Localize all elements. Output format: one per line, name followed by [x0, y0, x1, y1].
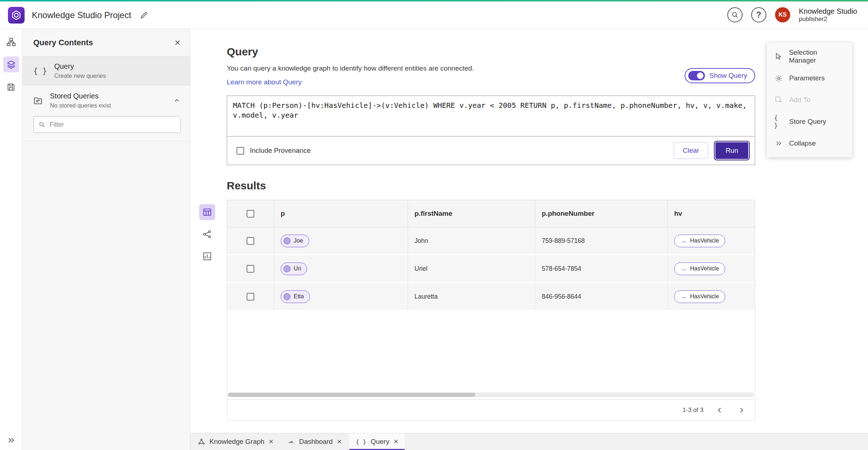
- chart-view-button[interactable]: [199, 248, 215, 264]
- node-chip[interactable]: Joe: [281, 235, 309, 247]
- tab-label: Query: [371, 438, 390, 446]
- node-chip[interactable]: Uri: [281, 262, 307, 275]
- stored-queries-subtitle: No stored queries exist: [50, 102, 111, 109]
- column-header-p[interactable]: p: [274, 200, 408, 227]
- node-chip-label: Joe: [294, 237, 303, 244]
- search-icon: [731, 11, 739, 18]
- header: Knowledge Studio Project KS Knowledge St…: [0, 0, 868, 29]
- tab-dashboard[interactable]: Dashboard: [281, 433, 348, 450]
- header-actions: KS Knowledge Studio publisher2: [727, 7, 857, 23]
- rail-item-queries[interactable]: [3, 56, 19, 72]
- results-view-toolbar: [199, 204, 215, 264]
- close-panel-icon[interactable]: [175, 38, 180, 48]
- graph-view-button[interactable]: [199, 226, 215, 242]
- menu-item-selection-manager[interactable]: Selection Manager: [767, 46, 852, 67]
- menu-item-store-query[interactable]: Store Query: [767, 111, 852, 133]
- edge-chip[interactable]: HasVehicle: [674, 262, 725, 275]
- row-checkbox[interactable]: [247, 293, 254, 300]
- edge-arrow-icon: [680, 293, 687, 300]
- menu-item-add-to: Add To: [767, 89, 852, 111]
- rail-expand-button[interactable]: [0, 436, 22, 444]
- menu-item-parameters[interactable]: Parameters: [767, 67, 852, 89]
- tab-label: Dashboard: [299, 438, 333, 446]
- scrollbar-thumb[interactable]: [228, 393, 475, 397]
- show-query-toggle[interactable]: Show Query: [685, 68, 755, 83]
- chevron-right-icon: [737, 406, 745, 414]
- search-icon: [39, 121, 45, 128]
- sitemap-icon: [7, 37, 16, 47]
- table-row: Uri Uriel 578-654-7854 HasVehicle: [227, 255, 755, 282]
- node-icon: [284, 265, 290, 272]
- select-all-checkbox[interactable]: [247, 210, 254, 218]
- hexagon-logo-icon: [11, 10, 22, 21]
- include-provenance-checkbox[interactable]: [237, 147, 244, 155]
- folder-icon: [33, 96, 43, 105]
- app-logo[interactable]: [8, 7, 25, 24]
- edge-chip[interactable]: HasVehicle: [674, 290, 725, 303]
- stored-queries-header[interactable]: Stored Queries No stored queries exist: [22, 85, 190, 114]
- menu-item-collapse[interactable]: Collapse: [767, 133, 852, 154]
- stored-queries-title: Stored Queries: [50, 92, 111, 100]
- search-button[interactable]: [727, 7, 743, 22]
- double-chevron-right-icon: [775, 140, 782, 147]
- chart-view-icon: [203, 252, 212, 261]
- table-empty-area: [227, 311, 755, 392]
- query-section-header: Query You can query a knowledge graph to…: [227, 46, 755, 86]
- query-item-subtitle: Create new queries: [54, 72, 106, 79]
- help-button[interactable]: [751, 7, 766, 22]
- cell-phonenumber: 846-956-8644: [535, 283, 668, 310]
- query-textarea[interactable]: MATCH (p:Person)-[hv:HasVehicle]->(v:Veh…: [227, 96, 755, 136]
- add-to-icon: [775, 96, 783, 104]
- query-editor-box: MATCH (p:Person)-[hv:HasVehicle]->(v:Veh…: [227, 96, 755, 165]
- column-header-hv[interactable]: hv: [668, 200, 756, 227]
- menu-item-label: Collapse: [789, 139, 816, 147]
- query-actions-menu: Selection Manager Parameters Add To: [767, 43, 852, 157]
- next-page-button[interactable]: [736, 405, 747, 416]
- menu-item-label: Parameters: [789, 74, 825, 82]
- query-page: Query You can query a knowledge graph to…: [190, 29, 868, 433]
- project-title: Knowledge Studio Project: [32, 10, 131, 20]
- sidebar-item-query[interactable]: Query Create new queries: [22, 56, 190, 85]
- rail-item-saved[interactable]: [3, 79, 19, 95]
- include-provenance-label: Include Provenance: [250, 147, 311, 155]
- edge-arrow-icon: [680, 265, 687, 273]
- collapse-section-button[interactable]: [173, 97, 180, 104]
- tab-knowledge-graph[interactable]: Knowledge Graph: [191, 433, 280, 450]
- horizontal-scrollbar[interactable]: [228, 392, 754, 397]
- close-tab-icon[interactable]: [337, 438, 342, 446]
- table-row: Etta Lauretta 846-956-8644 HasVehicle: [227, 283, 755, 310]
- tab-query[interactable]: Query: [349, 433, 405, 450]
- row-checkbox[interactable]: [247, 265, 254, 273]
- close-tab-icon[interactable]: [269, 438, 273, 446]
- column-header-firstname[interactable]: p.firstName: [408, 200, 535, 227]
- query-description: You can query a knowledge graph to ident…: [227, 64, 755, 72]
- pagination-range: 1-3 of 3: [682, 407, 703, 414]
- table-header-row: p p.firstName p.phoneNumber hv: [227, 200, 755, 227]
- edge-chip-label: HasVehicle: [690, 293, 719, 300]
- learn-more-link[interactable]: Learn more about Query: [227, 78, 302, 86]
- menu-item-label: Selection Manager: [789, 49, 845, 64]
- row-checkbox[interactable]: [247, 237, 254, 245]
- rail-item-model-hierarchy[interactable]: [3, 34, 19, 50]
- main-area: Query You can query a knowledge graph to…: [190, 29, 868, 450]
- edge-arrow-icon: [680, 237, 687, 245]
- braces-icon: [774, 114, 783, 129]
- previous-page-button[interactable]: [714, 405, 725, 416]
- edit-title-button[interactable]: [138, 9, 150, 21]
- user-name: Knowledge Studio: [799, 7, 857, 16]
- avatar[interactable]: KS: [775, 7, 790, 22]
- column-header-phonenumber[interactable]: p.phoneNumber: [535, 200, 668, 227]
- filter-input[interactable]: [50, 121, 175, 129]
- node-chip[interactable]: Etta: [281, 290, 310, 303]
- menu-item-label: Store Query: [789, 118, 826, 126]
- results-table: p p.firstName p.phoneNumber hv Joe: [227, 200, 755, 421]
- cell-phonenumber: 759-889-57168: [535, 227, 668, 254]
- panel-title: Query Contents: [33, 38, 93, 47]
- edge-chip[interactable]: HasVehicle: [674, 235, 725, 247]
- close-tab-icon[interactable]: [393, 438, 398, 446]
- table-view-button[interactable]: [199, 204, 215, 220]
- clear-button[interactable]: Clear: [674, 142, 708, 159]
- query-contents-panel: Query Contents Query Create new queries …: [22, 29, 190, 450]
- node-chip-label: Uri: [294, 265, 301, 272]
- run-button[interactable]: Run: [715, 142, 748, 159]
